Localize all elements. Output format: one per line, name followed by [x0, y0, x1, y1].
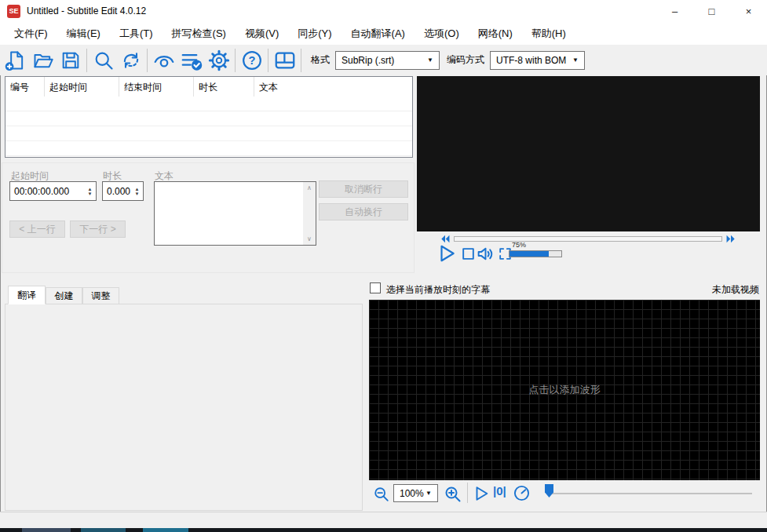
- slider-thumb[interactable]: [545, 484, 553, 497]
- menu-sync[interactable]: 同步(Y): [288, 22, 341, 45]
- volume-icon[interactable]: [476, 244, 495, 264]
- waveform-zoom-select[interactable]: 100% ▼: [393, 484, 438, 502]
- taskbar-sliver: [0, 528, 767, 532]
- find-button[interactable]: [89, 47, 117, 73]
- video-seek-bar[interactable]: [454, 236, 722, 242]
- toolbar: ? 格式 SubRip (.srt) ▼ 编码方式 UTF-8 with BOM…: [0, 45, 767, 75]
- duration-input[interactable]: 0.000 ▲▼: [102, 181, 144, 201]
- open-folder-icon: [32, 49, 54, 71]
- help-icon: ?: [241, 49, 263, 71]
- title-bar: SE Untitled - Subtitle Edit 4.0.12 – □ ×: [0, 0, 767, 22]
- menu-file[interactable]: 文件(F): [5, 22, 57, 45]
- toolbar-separator: [235, 49, 236, 72]
- menu-video[interactable]: 视频(V): [236, 22, 288, 45]
- tab-adjust[interactable]: 调整: [82, 287, 119, 304]
- format-value: SubRip (.srt): [341, 55, 394, 66]
- scroll-down-icon[interactable]: ∨: [307, 235, 312, 242]
- toolbar-separator: [301, 49, 301, 72]
- visual-sync-button[interactable]: [150, 47, 177, 73]
- subtitle-list-header: 编号 起始时间 结束时间 时长 文本: [5, 77, 412, 97]
- toolbar-separator: [268, 49, 268, 72]
- toolbar-separator: [86, 49, 87, 72]
- status-bar: [0, 512, 767, 529]
- volume-percent: 75%: [512, 241, 526, 249]
- new-file-button[interactable]: [2, 47, 29, 73]
- video-player-surface[interactable]: [417, 76, 760, 231]
- column-text[interactable]: 文本: [254, 77, 412, 97]
- start-time-input[interactable]: 00:00:00.000 ▲▼: [9, 181, 97, 201]
- subtitle-text-area[interactable]: ∧∨: [154, 181, 316, 246]
- menu-network[interactable]: 网络(N): [469, 22, 522, 45]
- save-file-button[interactable]: [57, 47, 84, 73]
- play-button[interactable]: [436, 243, 457, 264]
- previous-line-button[interactable]: < 上一行: [9, 220, 65, 238]
- app-window: SE Untitled - Subtitle Edit 4.0.12 – □ ×…: [0, 0, 767, 532]
- toolbar-separator: [147, 49, 148, 72]
- translate-tab-panel: [5, 304, 363, 511]
- replace-icon: [120, 49, 142, 71]
- taskbar-item: [143, 528, 188, 532]
- open-file-button[interactable]: [29, 47, 57, 73]
- playback-speed-icon[interactable]: [513, 484, 531, 502]
- taskbar-item: [22, 528, 71, 532]
- replace-button[interactable]: [117, 47, 144, 73]
- layout-button[interactable]: [271, 47, 298, 73]
- menu-help[interactable]: 帮助(H): [522, 22, 575, 45]
- column-number[interactable]: 编号: [5, 77, 45, 97]
- menu-bar: 文件(F) 编辑(E) 工具(T) 拼写检查(S) 视频(V) 同步(Y) 自动…: [0, 22, 767, 45]
- format-label: 格式: [311, 53, 330, 67]
- spinner-arrows-icon[interactable]: ▲▼: [84, 182, 96, 200]
- video-status-text: 未加载视频: [712, 283, 759, 297]
- waveform-area[interactable]: 点击以添加波形: [369, 300, 760, 480]
- separator: [467, 483, 468, 503]
- window-title: Untitled - Subtitle Edit 4.0.12: [27, 5, 146, 16]
- menu-edit[interactable]: 编辑(E): [57, 22, 110, 45]
- encoding-select[interactable]: UTF-8 with BOM ▼: [490, 51, 585, 70]
- zoom-in-icon[interactable]: [444, 485, 462, 504]
- spinner-arrows-icon[interactable]: ▲▼: [131, 182, 143, 200]
- help-button[interactable]: ?: [238, 47, 265, 73]
- settings-button[interactable]: [205, 47, 232, 73]
- column-start-time[interactable]: 起始时间: [45, 77, 119, 97]
- layout-icon: [273, 49, 297, 72]
- tab-translate[interactable]: 翻译: [8, 286, 46, 304]
- save-icon: [60, 49, 82, 71]
- chevron-down-icon: ▼: [427, 56, 433, 64]
- column-duration[interactable]: 时长: [194, 77, 254, 97]
- volume-slider[interactable]: [509, 250, 562, 257]
- maximize-button[interactable]: □: [693, 0, 730, 22]
- select-current-subtitle-checkbox[interactable]: [370, 282, 381, 293]
- spell-check-button[interactable]: [177, 47, 205, 73]
- next-line-button[interactable]: 下一行 >: [70, 220, 126, 238]
- menu-tools[interactable]: 工具(T): [110, 22, 163, 45]
- unbreak-button[interactable]: 取消断行: [319, 180, 408, 198]
- subtitle-list-body[interactable]: [5, 97, 412, 157]
- tab-create[interactable]: 创建: [46, 287, 82, 304]
- chevron-down-icon: ▼: [572, 56, 579, 64]
- select-current-subtitle-label: 选择当前播放时刻的字幕: [386, 283, 490, 297]
- reset-position-button[interactable]: |0|: [493, 484, 506, 497]
- menu-spellcheck[interactable]: 拼写检查(S): [163, 22, 236, 45]
- waveform-position-slider[interactable]: [550, 493, 752, 494]
- app-logo-icon: SE: [7, 5, 20, 18]
- auto-break-button[interactable]: 自动换行: [319, 203, 408, 220]
- minimize-button[interactable]: –: [656, 0, 693, 22]
- scrollbar[interactable]: ∧∨: [303, 182, 316, 245]
- seek-back-icon[interactable]: [440, 235, 451, 243]
- scroll-up-icon[interactable]: ∧: [307, 184, 312, 191]
- waveform-play-button[interactable]: [473, 485, 490, 502]
- close-button[interactable]: ×: [730, 0, 767, 22]
- new-file-icon: [5, 49, 27, 71]
- format-select[interactable]: SubRip (.srt) ▼: [335, 51, 440, 70]
- zoom-out-icon[interactable]: [373, 486, 390, 503]
- stop-button[interactable]: [461, 246, 476, 261]
- spell-check-icon: [180, 49, 203, 72]
- menu-options[interactable]: 选项(O): [415, 22, 469, 45]
- gear-icon: [208, 49, 230, 71]
- subtitle-list[interactable]: 编号 起始时间 结束时间 时长 文本: [5, 76, 413, 158]
- encoding-label: 编码方式: [447, 53, 484, 67]
- search-icon: [93, 49, 115, 71]
- column-end-time[interactable]: 结束时间: [119, 77, 194, 97]
- seek-forward-icon[interactable]: [725, 235, 736, 243]
- menu-autotranslate[interactable]: 自动翻译(A): [341, 22, 415, 45]
